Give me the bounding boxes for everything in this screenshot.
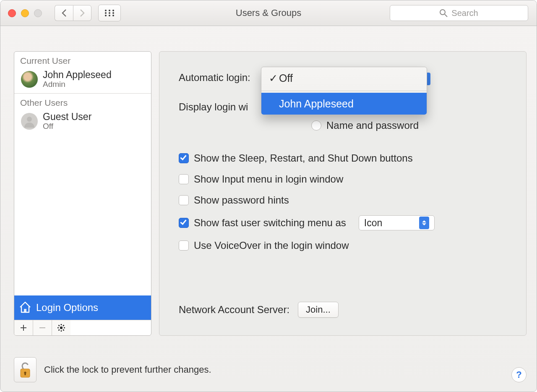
display-login-label: Display login wi: [179, 101, 248, 113]
chevron-left-icon: [61, 9, 67, 17]
chevron-right-icon: [79, 9, 85, 17]
svg-point-7: [109, 15, 110, 16]
svg-point-13: [60, 327, 63, 329]
automatic-login-option-user[interactable]: John Appleseed: [261, 93, 427, 115]
svg-point-3: [105, 12, 107, 14]
login-options-label: Login Options: [36, 302, 98, 314]
svg-point-1: [109, 10, 110, 11]
name-password-radio[interactable]: [311, 120, 321, 131]
svg-point-0: [105, 10, 107, 11]
minimize-window-button[interactable]: [21, 9, 29, 17]
person-icon: [23, 115, 36, 128]
automatic-login-label: Automatic login:: [179, 72, 250, 84]
network-account-label: Network Account Server:: [179, 304, 289, 316]
body: Current User John Appleseed Admin Other …: [0, 26, 537, 346]
home-icon: [18, 301, 32, 315]
password-hints-label: Show password hints: [194, 194, 289, 206]
current-user-header: Current User: [14, 52, 151, 68]
nav-segmented: [55, 5, 91, 21]
svg-rect-24: [24, 373, 26, 375]
svg-line-19: [63, 329, 64, 330]
plus-icon: [20, 324, 27, 331]
fast-user-switching-checkbox[interactable]: [179, 218, 189, 228]
login-options-row[interactable]: Login Options: [14, 295, 151, 320]
user-actions-button[interactable]: [52, 320, 70, 335]
current-user-name: John Appleseed: [43, 69, 112, 81]
current-user-row[interactable]: John Appleseed Admin: [14, 68, 151, 93]
svg-rect-12: [24, 309, 26, 312]
sleep-restart-checkbox[interactable]: [179, 153, 189, 163]
svg-point-6: [105, 15, 107, 16]
fast-user-switching-value: Icon: [364, 217, 382, 229]
svg-point-5: [112, 12, 114, 14]
nav-forward-button: [73, 5, 91, 21]
help-button[interactable]: ?: [511, 367, 527, 382]
search-wrap: [390, 5, 528, 21]
other-user-row[interactable]: Guest User Off: [14, 110, 151, 135]
sidebar-toolbar: [14, 320, 151, 335]
titlebar: Users & Groups: [0, 0, 537, 26]
gear-icon: [57, 324, 65, 332]
add-user-button[interactable]: [14, 320, 33, 335]
svg-line-20: [63, 325, 64, 326]
password-hints-checkbox[interactable]: [179, 195, 189, 205]
other-users-header: Other Users: [14, 94, 151, 110]
avatar: [21, 113, 38, 130]
nav-back-button[interactable]: [55, 5, 73, 21]
remove-user-button: [33, 320, 52, 335]
show-all-prefs-button[interactable]: [98, 5, 121, 21]
other-user-name: Guest User: [43, 111, 91, 123]
svg-line-18: [59, 325, 60, 326]
avatar: [21, 71, 38, 88]
traffic-lights: [8, 9, 42, 17]
svg-point-2: [112, 10, 114, 11]
svg-point-11: [27, 117, 32, 122]
menu-separator: [261, 91, 427, 91]
lock-hint-text: Click the lock to prevent further change…: [44, 364, 211, 375]
input-menu-checkbox[interactable]: [179, 174, 189, 184]
name-password-label: Name and password: [326, 120, 419, 131]
search-input[interactable]: [390, 5, 528, 21]
checkmark-icon: ✓: [269, 72, 279, 84]
option-label: John Appleseed: [279, 98, 354, 110]
unlock-icon: [18, 361, 32, 379]
minus-icon: [39, 324, 46, 331]
grid-icon: [105, 10, 114, 16]
footer: Click the lock to prevent further change…: [14, 353, 527, 387]
close-window-button[interactable]: [8, 9, 16, 17]
voiceover-label: Use VoiceOver in the login window: [194, 240, 349, 251]
voiceover-checkbox[interactable]: [179, 240, 189, 251]
lock-button[interactable]: [14, 357, 36, 382]
sleep-restart-label: Show the Sleep, Restart, and Shut Down b…: [194, 152, 413, 164]
preferences-window: Users & Groups Current User John Applese…: [0, 0, 537, 392]
automatic-login-menu: ✓ Off John Appleseed: [261, 67, 427, 115]
input-menu-label: Show Input menu in login window: [194, 173, 343, 185]
fast-user-switching-label: Show fast user switching menu as: [194, 217, 346, 229]
updown-caret-icon: [419, 217, 429, 229]
fast-user-switching-popup[interactable]: Icon: [359, 215, 435, 230]
login-options-pane: Automatic login: ✓ Off John Appleseed: [159, 51, 527, 336]
svg-point-8: [112, 15, 114, 16]
users-sidebar: Current User John Appleseed Admin Other …: [14, 51, 151, 336]
svg-line-21: [59, 329, 60, 330]
current-user-role: Admin: [43, 80, 112, 89]
automatic-login-option-off[interactable]: ✓ Off: [261, 67, 427, 89]
option-label: Off: [279, 72, 293, 84]
svg-point-4: [109, 12, 110, 14]
other-user-status: Off: [43, 122, 91, 131]
join-button[interactable]: Join...: [298, 302, 339, 318]
zoom-window-button: [34, 9, 42, 17]
